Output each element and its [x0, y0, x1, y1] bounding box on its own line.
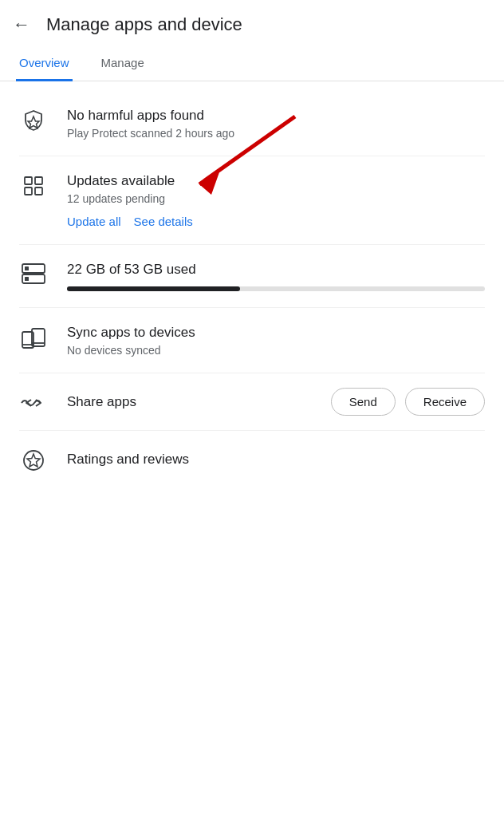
star-icon	[19, 448, 48, 472]
tabs-bar: Overview Manage	[0, 46, 504, 81]
svg-rect-3	[25, 177, 32, 184]
tab-manage[interactable]: Manage	[98, 46, 148, 81]
storage-icon	[19, 262, 48, 285]
updates-actions: Update all See details	[67, 215, 485, 228]
svg-rect-4	[35, 177, 42, 184]
storage-bar	[67, 286, 485, 291]
sync-row: Sync apps to devices No devices synced	[0, 308, 504, 373]
ratings-body: Ratings and reviews	[67, 451, 485, 468]
header: ← Manage apps and device	[0, 0, 504, 46]
updates-body: Updates available 12 updates pending Upd…	[67, 172, 485, 228]
updates-row: Updates available 12 updates pending Upd…	[0, 156, 504, 244]
security-subtitle: Play Protect scanned 2 hours ago	[67, 127, 485, 140]
tab-overview[interactable]: Overview	[16, 46, 73, 81]
storage-row: 22 GB of 53 GB used	[0, 245, 504, 307]
svg-marker-16	[27, 454, 40, 467]
svg-rect-6	[35, 187, 42, 195]
security-row: No harmful apps found Play Protect scann…	[0, 91, 504, 156]
sync-body: Sync apps to devices No devices synced	[67, 324, 485, 357]
update-all-button[interactable]: Update all	[67, 215, 121, 228]
share-row: Share apps Send Receive	[0, 373, 504, 430]
receive-button[interactable]: Receive	[405, 388, 485, 416]
sync-subtitle: No devices synced	[67, 344, 485, 357]
svg-rect-10	[25, 277, 29, 281]
share-title: Share apps	[67, 393, 136, 411]
ratings-row: Ratings and reviews	[0, 431, 504, 488]
storage-bar-fill	[67, 286, 240, 291]
svg-marker-0	[28, 116, 39, 128]
sync-title: Sync apps to devices	[67, 324, 485, 341]
updates-subtitle: 12 updates pending	[67, 192, 485, 205]
sync-icon	[19, 326, 48, 349]
send-button[interactable]: Send	[331, 388, 396, 416]
updates-title: Updates available	[67, 172, 485, 190]
back-button[interactable]: ←	[13, 14, 30, 35]
content-area: No harmful apps found Play Protect scann…	[0, 81, 504, 498]
share-icon	[19, 393, 48, 412]
ratings-title: Ratings and reviews	[67, 451, 485, 468]
page-title: Manage apps and device	[46, 14, 242, 35]
svg-rect-9	[25, 266, 29, 270]
security-title: No harmful apps found	[67, 107, 485, 124]
updates-section: Updates available 12 updates pending Upd…	[0, 156, 504, 244]
svg-rect-5	[25, 187, 32, 195]
storage-body: 22 GB of 53 GB used	[67, 261, 485, 291]
apps-icon	[19, 174, 48, 198]
share-buttons: Send Receive	[331, 388, 485, 416]
see-details-button[interactable]: See details	[134, 215, 193, 228]
shield-icon	[19, 109, 48, 132]
security-body: No harmful apps found Play Protect scann…	[67, 107, 485, 140]
storage-title: 22 GB of 53 GB used	[67, 261, 485, 278]
